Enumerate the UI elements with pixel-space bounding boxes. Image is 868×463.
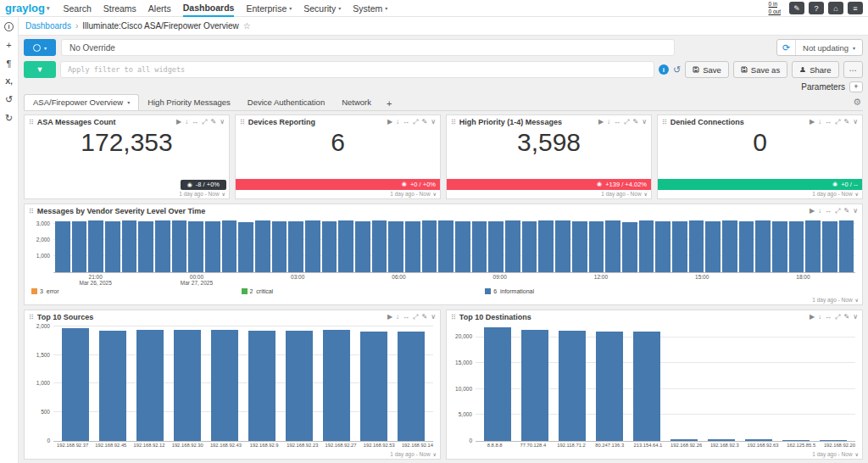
bar[interactable] <box>455 221 470 271</box>
bar[interactable] <box>772 221 787 272</box>
bar[interactable] <box>522 221 537 272</box>
expand-icon[interactable]: ⤢ <box>624 119 629 126</box>
bar[interactable] <box>323 330 350 440</box>
play-icon[interactable]: ▶ <box>810 314 815 321</box>
expand-icon[interactable]: ⤢ <box>413 119 418 126</box>
bar[interactable] <box>745 439 772 440</box>
expand-icon[interactable]: ⤢ <box>202 119 207 126</box>
nav-security[interactable]: Security▾ <box>303 0 341 17</box>
bar[interactable] <box>211 330 238 440</box>
refresh-interval-button[interactable]: Not updating ▾ <box>796 43 862 53</box>
bar[interactable] <box>105 221 120 272</box>
bar[interactable] <box>422 220 437 271</box>
nav-enterprise[interactable]: Enterprise▾ <box>246 0 292 17</box>
chevron-icon[interactable]: ∨ <box>642 119 647 126</box>
save-button[interactable]: Save <box>685 61 729 78</box>
chevron-icon[interactable]: ∨ <box>220 119 225 126</box>
chevron-icon[interactable]: ∨ <box>853 119 858 126</box>
help-icon[interactable]: ? <box>809 2 824 14</box>
bar[interactable] <box>689 220 704 272</box>
chevron-icon[interactable]: ∨ <box>853 208 858 215</box>
bar[interactable] <box>62 328 89 440</box>
bar[interactable] <box>672 221 687 271</box>
arrows-icon[interactable]: ↔ <box>403 119 409 126</box>
filter-input[interactable] <box>60 61 654 78</box>
bar[interactable] <box>521 330 548 440</box>
tab-device-authentication[interactable]: Device Authentication <box>239 95 333 110</box>
bar[interactable] <box>822 221 837 272</box>
bar[interactable] <box>338 220 353 271</box>
chevron-down-icon[interactable]: ∨ <box>433 451 437 457</box>
bar[interactable] <box>555 220 570 272</box>
nav-search[interactable]: Search <box>63 0 91 17</box>
legend-item[interactable]: 3 error <box>31 288 59 294</box>
edit-icon[interactable]: ✎ <box>421 314 427 321</box>
arrows-icon[interactable]: ↔ <box>192 119 198 126</box>
legend-item[interactable]: 6 informational <box>485 288 534 294</box>
play-icon[interactable]: ▶ <box>387 119 392 126</box>
tab-network[interactable]: Network <box>333 95 380 110</box>
chevron-icon[interactable]: ∨ <box>431 314 436 321</box>
dashboard-settings-gear-icon[interactable]: ⚙ <box>851 97 863 110</box>
bar[interactable] <box>705 221 721 272</box>
bar[interactable] <box>272 221 287 272</box>
formatting-icon[interactable]: ¶ <box>7 59 12 69</box>
expand-icon[interactable]: ⤢ <box>835 208 840 215</box>
bar[interactable] <box>238 222 253 272</box>
bar[interactable] <box>655 221 670 272</box>
arrows-icon[interactable]: ↔ <box>825 208 832 215</box>
chevron-down-icon[interactable]: ∨ <box>433 191 437 197</box>
edit-icon[interactable]: ✎ <box>210 119 216 126</box>
bar[interactable] <box>755 220 771 272</box>
bar[interactable] <box>398 332 425 440</box>
bar[interactable] <box>789 221 804 271</box>
edit-icon[interactable]: ✎ <box>421 119 427 126</box>
chevron-down-icon[interactable]: ∨ <box>855 191 859 197</box>
fields-icon[interactable]: X, <box>5 78 13 86</box>
edit-icon[interactable]: ✎ <box>843 208 849 215</box>
filter-button[interactable]: ▼ <box>24 61 56 78</box>
bar[interactable] <box>136 330 164 440</box>
throughput-indicator[interactable]: 0 in 0 out <box>769 1 781 14</box>
bar[interactable] <box>484 327 511 440</box>
redo-icon[interactable]: ↻ <box>5 114 13 123</box>
bar[interactable] <box>360 332 387 440</box>
expand-icon[interactable]: ⤢ <box>835 314 840 321</box>
tab-high-priority-messages[interactable]: High Priority Messages <box>139 95 239 110</box>
bar[interactable] <box>188 221 203 271</box>
drag-handle-icon[interactable]: ⠿ <box>451 314 456 321</box>
expand-icon[interactable]: ⤢ <box>835 119 840 126</box>
bar[interactable] <box>305 220 320 272</box>
download-icon[interactable]: ↓ <box>396 314 399 321</box>
bar[interactable] <box>722 220 737 271</box>
nav-system[interactable]: System▾ <box>353 0 387 17</box>
play-icon[interactable]: ▶ <box>810 119 815 126</box>
legend-item[interactable]: 2 critical <box>242 288 274 294</box>
drag-handle-icon[interactable]: ⠿ <box>240 119 245 126</box>
bar[interactable] <box>605 220 620 271</box>
chevron-down-icon[interactable]: ∨ <box>644 191 648 197</box>
bar[interactable] <box>639 220 654 272</box>
bar[interactable] <box>372 220 387 272</box>
drag-handle-icon[interactable]: ⠿ <box>29 314 34 321</box>
bar[interactable] <box>572 221 587 271</box>
play-icon[interactable]: ▶ <box>598 119 604 126</box>
bar[interactable] <box>205 221 220 272</box>
chevron-icon[interactable]: ∨ <box>853 314 858 321</box>
bar[interactable] <box>538 220 554 271</box>
nav-alerts[interactable]: Alerts <box>148 0 171 17</box>
arrows-icon[interactable]: ↔ <box>614 119 620 126</box>
bar[interactable] <box>596 332 623 441</box>
bar[interactable] <box>286 331 313 441</box>
bar[interactable] <box>55 221 70 272</box>
add-parameter-button[interactable]: + <box>849 81 863 92</box>
download-icon[interactable]: ↓ <box>818 119 821 126</box>
bar[interactable] <box>782 440 810 441</box>
bar[interactable] <box>488 221 504 271</box>
nav-dashboards[interactable]: Dashboards <box>183 0 235 17</box>
info-icon[interactable]: i <box>659 64 669 75</box>
bar[interactable] <box>820 440 847 441</box>
home-icon[interactable]: ⌂ <box>828 2 843 14</box>
download-icon[interactable]: ↓ <box>818 314 821 321</box>
app-logo[interactable]: graylog ▾ <box>5 2 49 14</box>
